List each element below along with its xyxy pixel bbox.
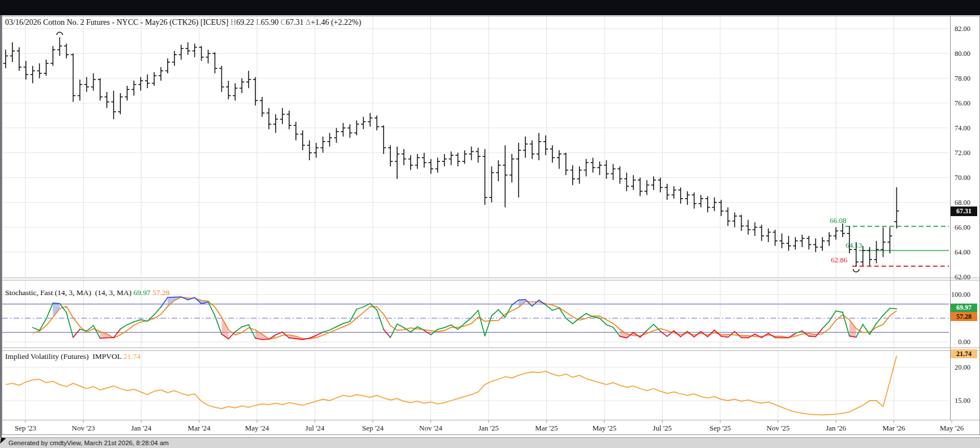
svg-text:20.00: 20.00 xyxy=(955,363,970,371)
delta-label: Δ xyxy=(306,18,311,27)
x-axis-label: Mar '26 xyxy=(882,424,905,432)
stochastic-d-value: 57.28 xyxy=(153,288,169,297)
iv-title: Implied Volatility (Futures) IMPVOL xyxy=(5,352,121,361)
x-axis-label: Mar '25 xyxy=(535,424,557,432)
iv-value: 21.74 xyxy=(123,352,140,361)
x-axis-label: May '24 xyxy=(245,424,269,432)
x-axis-label: Jan '24 xyxy=(131,424,151,432)
stochastic-k-badge: 69.97 xyxy=(951,304,977,312)
x-axis-label: Nov '25 xyxy=(766,424,790,432)
stochastic-panel-header: Stochastic, Fast (14, 3, MA) (14, 3, MA)… xyxy=(5,288,169,297)
svg-text:0.00: 0.00 xyxy=(958,338,970,346)
iv-badge: 21.74 xyxy=(951,349,977,358)
price-tick-label: 64.00 xyxy=(955,248,970,256)
price-tick-label: 76.00 xyxy=(955,99,970,107)
x-axis-label: Sep '24 xyxy=(362,424,384,432)
svg-text:15.00: 15.00 xyxy=(955,397,970,405)
price-tick-label: 82.00 xyxy=(955,25,970,33)
cmdtyview-window: Cotton #2 (CTK26) 67.31 -0.36 — O:67.69 … xyxy=(0,0,980,448)
high-value: 69.22 xyxy=(236,18,254,27)
x-axis-label: Sep '25 xyxy=(709,424,731,432)
price-tick-label: 74.00 xyxy=(955,124,970,132)
main-panel-header: 03/16/2026 Cotton No. 2 Futures - NYCC -… xyxy=(5,18,361,27)
x-axis-label: May '26 xyxy=(940,424,964,432)
price-tick-label: 66.00 xyxy=(955,223,970,231)
stochastic-d-badge: 57.28 xyxy=(951,312,977,321)
stochastic-title: Stochastic, Fast (14, 3, MA) (14, 3, MA) xyxy=(5,288,132,297)
low-value: 65.90 xyxy=(261,18,279,27)
x-axis-label: Jul '25 xyxy=(653,424,672,432)
high-label: H xyxy=(230,18,236,27)
status-bar: Generated by cmdtyView, March 21st 2026,… xyxy=(0,437,980,448)
price-tick-label: 80.00 xyxy=(955,50,970,58)
x-axis-label: Sep '23 xyxy=(15,424,36,432)
generated-by-text: Generated by cmdtyView, March 21st 2026,… xyxy=(8,440,169,446)
annotation-label-6413: 64.13 xyxy=(846,241,862,250)
close-value: 67.31 xyxy=(286,18,304,27)
bar-date: 03/16/2026 xyxy=(5,18,41,27)
price-tick-label: 78.00 xyxy=(955,74,970,82)
close-label: C xyxy=(281,18,286,27)
x-axis-label: Jan '26 xyxy=(826,424,846,432)
mouse-cursor-icon xyxy=(0,437,6,444)
annotation-label-6608: 66.08 xyxy=(830,216,846,225)
price-tick-label: 72.00 xyxy=(955,149,970,157)
x-axis-label: Nov '24 xyxy=(419,424,442,432)
x-axis-label: Nov '23 xyxy=(72,424,95,432)
x-axis-label: Jan '25 xyxy=(478,424,499,432)
contract-name: Cotton No. 2 Futures - NYCC - May26 (CTK… xyxy=(43,18,228,27)
x-axis-label: May '25 xyxy=(593,424,616,432)
x-axis-label: Jul '24 xyxy=(306,424,325,432)
x-axis-label: Mar '24 xyxy=(188,424,211,432)
price-tick-label: 68.00 xyxy=(955,199,970,207)
iv-panel-header: Implied Volatility (Futures) IMPVOL 21.7… xyxy=(5,352,141,361)
price-tick-label: 70.00 xyxy=(955,174,970,182)
low-label: L xyxy=(256,18,261,27)
svg-text:100.00: 100.00 xyxy=(951,291,970,298)
stochastic-k-value: 69.97 xyxy=(133,288,150,297)
annotation-label-6286: 62.86 xyxy=(831,256,847,265)
last-price-badge: 67.31 xyxy=(951,207,977,216)
delta-value: +1.46 (+2.22%) xyxy=(311,18,361,27)
